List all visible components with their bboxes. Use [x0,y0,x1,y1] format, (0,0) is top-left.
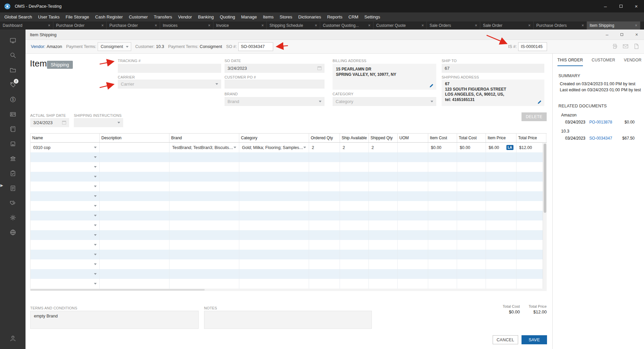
cell-total-cost[interactable] [457,162,486,172]
tab-close-icon[interactable]: × [153,23,157,28]
cell-description[interactable] [100,211,169,220]
cell-brand[interactable] [169,279,239,289]
cell-item-cost[interactable] [428,279,457,289]
cancel-button[interactable]: CANCEL [493,335,518,344]
cell-brand[interactable] [169,250,239,259]
cell-ship-available[interactable] [340,269,369,279]
cell-category[interactable] [239,182,309,191]
cell-description[interactable] [100,172,169,182]
cell-ordered-qty[interactable] [309,259,340,269]
clipboard-list-icon[interactable] [0,181,26,195]
cell-item-cost[interactable] [428,172,457,182]
cell-brand[interactable]: TestBrand; TestBran3; Biscuits;... [169,143,239,152]
cell-ship-available[interactable] [340,220,369,230]
cell-uom[interactable] [398,201,428,211]
cell-ship-available[interactable] [340,201,369,211]
doc-link[interactable]: PO-0013878 [589,120,612,124]
dropdown-caret-icon[interactable] [303,147,306,148]
dollar-icon[interactable]: $ [0,92,26,107]
cell-total-cost[interactable] [457,269,486,279]
tab-close-icon[interactable]: × [419,23,424,28]
cell-total-cost[interactable] [457,152,486,162]
menu-item-crm[interactable]: CRM [345,14,361,19]
cell-total-cost[interactable] [457,220,486,230]
scrollbar-thumb[interactable] [544,144,546,213]
cell-uom[interactable] [398,220,428,230]
dropdown-caret-icon[interactable] [94,156,97,158]
column-header-ordered-qty[interactable]: Ordered Qty [309,134,340,142]
cell-name[interactable] [31,191,100,201]
cell-ship-available[interactable] [340,162,369,172]
cell-category[interactable] [239,269,309,279]
menu-item-manage[interactable]: Manage [238,14,260,19]
menu-item-file-storage[interactable]: File Storage [62,14,92,19]
so-number-input[interactable]: SO-0034347 [238,42,273,51]
cell-uom[interactable] [398,211,428,220]
cell-brand[interactable] [169,191,239,201]
cell-item-cost[interactable] [428,211,457,220]
cell-ship-available[interactable] [340,182,369,191]
tracking-input[interactable] [118,64,221,73]
cell-item-price[interactable] [486,259,516,269]
cell-total-cost[interactable] [457,250,486,259]
cell-item-cost[interactable]: $0.00 [428,143,457,152]
cell-uom[interactable] [398,230,428,240]
cell-item-price[interactable] [486,172,516,182]
cell-name[interactable] [31,152,100,162]
cell-item-price[interactable] [486,201,516,211]
dropdown-caret-icon[interactable] [94,225,97,226]
cell-category[interactable] [239,279,309,289]
cell-item-cost[interactable] [428,162,457,172]
search-icon[interactable] [0,48,26,62]
cell-brand[interactable] [169,201,239,211]
print-icon[interactable] [612,43,618,50]
cell-uom[interactable] [398,182,428,191]
cell-ship-available[interactable] [340,240,369,250]
customer-po-input[interactable] [225,80,325,89]
menu-item-banking[interactable]: Banking [195,14,217,19]
cell-item-cost[interactable] [428,269,457,279]
cell-item-cost[interactable] [428,220,457,230]
cell-brand[interactable] [169,152,239,162]
menu-item-vendor[interactable]: Vendor [175,14,195,19]
cell-item-cost[interactable] [428,152,457,162]
cell-total-price[interactable] [516,259,546,269]
cell-ship-available[interactable] [340,279,369,289]
cell-description[interactable] [100,230,169,240]
cell-uom[interactable] [398,259,428,269]
category-select[interactable]: Category [333,97,436,106]
cell-uom[interactable] [398,172,428,182]
cell-description[interactable] [100,191,169,201]
cell-total-price[interactable] [516,152,546,162]
window-close-button[interactable]: × [629,30,644,40]
cell-uom[interactable] [398,279,428,289]
cell-ship-available[interactable] [340,211,369,220]
column-header-item-cost[interactable]: Item Cost [428,134,457,142]
cell-ordered-qty[interactable] [309,201,340,211]
cell-description[interactable] [100,143,169,152]
cell-name[interactable] [31,240,100,250]
tab-invoices[interactable]: Invoices× [160,21,213,30]
tab-purchase-order[interactable]: Purchase Order× [53,21,107,30]
dropdown-caret-icon[interactable] [94,234,97,236]
panel-tab-vendor[interactable]: VENDOR [624,58,642,66]
tab-close-icon[interactable]: × [366,23,370,28]
cell-uom[interactable] [398,250,428,259]
menu-item-user-tasks[interactable]: User Tasks [35,14,62,19]
cell-shipped-qty[interactable] [369,259,398,269]
menu-item-items[interactable]: Items [260,14,277,19]
dropdown-caret-icon[interactable] [234,147,236,148]
cell-item-cost[interactable] [428,259,457,269]
column-header-description[interactable]: Description [100,134,169,142]
bank-icon[interactable] [0,151,26,166]
cell-name[interactable] [31,259,100,269]
cell-brand[interactable] [169,211,239,220]
cell-item-price[interactable] [486,191,516,201]
cell-ordered-qty[interactable] [309,172,340,182]
cell-description[interactable] [100,279,169,289]
tab-invoice[interactable]: Invoice× [213,21,267,30]
globe-icon[interactable] [0,225,26,240]
cell-total-price[interactable] [516,240,546,250]
dropdown-caret-icon[interactable] [94,176,97,178]
cell-uom[interactable] [398,240,428,250]
